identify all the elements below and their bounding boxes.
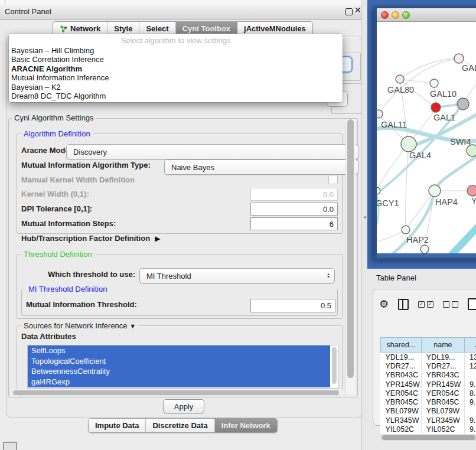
tab-impute-data[interactable]: Impute Data: [89, 419, 146, 432]
which-threshold-combo[interactable]: MI Threshold ▲▼: [139, 268, 335, 283]
function-builder-icon[interactable]: [468, 298, 476, 310]
algorithm-option-dream8-dc-tdc-algorithm[interactable]: Dream8 DC_TDC Algorithm: [11, 92, 341, 100]
column-header-shared[interactable]: shared...: [381, 338, 422, 353]
float-panel-icon[interactable]: [345, 8, 353, 15]
table-cell[interactable]: 9.: [465, 397, 476, 406]
table-row[interactable]: YPR145WYPR145W9.: [381, 380, 476, 389]
settings-vertical-scrollbar[interactable]: [345, 119, 356, 394]
vscroll-thumb[interactable]: [347, 119, 354, 378]
network-view-window[interactable]: GALGAL80GAL10GAL1GAL11GAL4SWI4GCY1HAP4YH…: [374, 6, 476, 260]
manual-kernel-checkbox[interactable]: [328, 175, 338, 184]
table-row[interactable]: YER054CYER054C8.: [381, 389, 476, 397]
close-panel-icon[interactable]: ✕: [354, 5, 361, 15]
table-cell[interactable]: [465, 371, 476, 380]
table-row[interactable]: YBR045CYBR045C9.: [381, 397, 476, 406]
divider-collapse-icon[interactable]: ◄: [363, 215, 367, 219]
kernel-width-field[interactable]: 0.0: [250, 188, 338, 201]
algorithm-option-aracne-algorithm[interactable]: ARACNE Algorithm: [11, 64, 341, 73]
table-cell[interactable]: YBR043C: [381, 371, 422, 380]
dpi-tolerance-field[interactable]: 0.0: [250, 203, 338, 216]
table-cell[interactable]: YIL052C: [381, 425, 422, 433]
tab-discretize-data[interactable]: Discretize Data: [146, 419, 214, 432]
node-gal11[interactable]: [377, 110, 383, 118]
attribute-list-scrollbar[interactable]: [332, 347, 337, 384]
apply-button[interactable]: Apply: [163, 399, 204, 413]
table-cell[interactable]: YDL19...: [421, 353, 464, 362]
algorithm-option-mutual-information-inference[interactable]: Mutual Information Inference: [11, 73, 341, 82]
table-cell[interactable]: YPR145W: [421, 380, 464, 389]
table-cell[interactable]: 9.: [465, 425, 476, 433]
network-edge[interactable]: [377, 144, 409, 191]
node-swi4[interactable]: [467, 145, 476, 156]
table-cell[interactable]: YLR345W: [421, 416, 464, 425]
table-cell[interactable]: YBL079W: [381, 407, 422, 416]
collapse-down-icon[interactable]: ▼: [129, 322, 136, 330]
table-row[interactable]: YDL19...YDL19...13: [381, 353, 476, 362]
table-row[interactable]: YIL052CYIL052C9.: [381, 425, 476, 433]
table-row[interactable]: YBR043CYBR043C: [381, 371, 476, 380]
column-header-name[interactable]: name: [421, 338, 464, 353]
node-gal4[interactable]: [401, 136, 416, 152]
network-canvas[interactable]: GALGAL80GAL10GAL1GAL11GAL4SWI4GCY1HAP4YH…: [377, 22, 476, 253]
node-unlabeled[interactable]: [420, 245, 429, 253]
algorithm-option-basic-correlation-inference[interactable]: Basic Correlation Inference: [11, 55, 341, 64]
algorithm-option-bayesian-hill-climbing[interactable]: Bayesian – Hill Climbing: [11, 46, 341, 55]
table-cell[interactable]: YPR145W: [381, 380, 422, 389]
table-cell[interactable]: 9.: [465, 380, 476, 389]
node-hap2[interactable]: [402, 226, 410, 234]
deselect-all-icon[interactable]: [443, 301, 458, 308]
table-cell[interactable]: 13: [465, 353, 476, 362]
table-cell[interactable]: YLR345W: [381, 416, 422, 425]
node-hap4[interactable]: [429, 185, 441, 197]
gear-icon[interactable]: ⚙: [379, 299, 389, 309]
table-row[interactable]: YLR345WYLR345W9.: [381, 416, 476, 425]
table-cell[interactable]: YER054C: [421, 389, 464, 397]
aracne-mode-combo[interactable]: Discovery ▲▼: [66, 144, 358, 159]
network-edge[interactable]: [400, 79, 434, 83]
node-gcy1[interactable]: [377, 187, 380, 194]
settings-horizontal-scrollbar[interactable]: [11, 389, 345, 396]
node-unlabeled[interactable]: [457, 98, 469, 110]
hub-definition-toggle[interactable]: Hub/Transcription Factor Definition▶: [21, 234, 160, 243]
table-cell[interactable]: YDR27...: [381, 361, 422, 370]
minimize-button[interactable]: [392, 11, 399, 19]
mi-threshold-field[interactable]: 0.5: [250, 299, 335, 312]
network-edge[interactable]: [377, 230, 406, 243]
table-cell[interactable]: YER054C: [381, 389, 422, 397]
columns-icon[interactable]: [398, 299, 409, 310]
table-cell[interactable]: YBR045C: [381, 397, 422, 406]
table-cell[interactable]: YDL19...: [381, 353, 422, 362]
attribute-item-gal4rgexp[interactable]: gal4RGexp: [28, 377, 330, 387]
mi-steps-field[interactable]: 6: [250, 217, 338, 230]
network-edge[interactable]: [451, 223, 476, 253]
table-row[interactable]: YDR27...YDR27...12: [381, 361, 476, 370]
table-cell[interactable]: YBR045C: [421, 397, 464, 406]
network-edge[interactable]: [400, 58, 459, 79]
minimized-panel-icon[interactable]: [3, 442, 17, 450]
table-cell[interactable]: YBR043C: [421, 371, 464, 380]
attribute-item-topologicalcoefficient[interactable]: TopologicalCoefficient: [28, 356, 330, 367]
table-cell[interactable]: 8.: [465, 389, 476, 397]
network-edge[interactable]: [406, 144, 409, 230]
table-cell[interactable]: [465, 407, 476, 416]
select-all-icon[interactable]: ✓✓: [418, 301, 433, 308]
table-row[interactable]: YBL079WYBL079W: [381, 407, 476, 416]
mi-type-combo[interactable]: Naive Bayes ▲▼: [164, 159, 358, 175]
column-header-a[interactable]: A: [465, 338, 476, 353]
table-hscroll-thumb[interactable]: [382, 435, 475, 440]
tab-infer-network[interactable]: Infer Network: [215, 419, 277, 432]
node-y[interactable]: [467, 185, 476, 196]
attribute-item-betweennesscentrality[interactable]: BetweennessCentrality: [28, 366, 330, 377]
node-gal80[interactable]: [396, 75, 404, 83]
table-horizontal-scrollbar[interactable]: [380, 434, 476, 441]
node-gal1[interactable]: [431, 103, 441, 112]
table-cell[interactable]: 9.: [465, 416, 476, 425]
algorithm-option-bayesian-k2[interactable]: Bayesian – K2: [11, 83, 341, 92]
node-gal[interactable]: [454, 54, 464, 63]
attribute-item-selfloops[interactable]: SelfLoops: [28, 345, 330, 356]
table-cell[interactable]: YDR27...: [421, 361, 464, 370]
close-button[interactable]: [381, 11, 389, 19]
node-gal10[interactable]: [430, 79, 438, 87]
hscroll-thumb[interactable]: [13, 390, 339, 395]
table-cell[interactable]: YBL079W: [421, 407, 464, 416]
